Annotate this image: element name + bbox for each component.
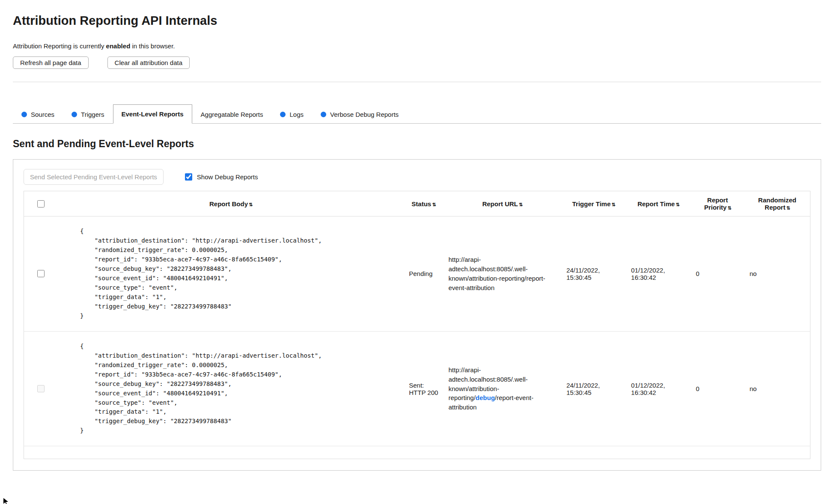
- sort-icon[interactable]: ⇅: [727, 205, 731, 210]
- tab-label: Verbose Debug Reports: [330, 111, 399, 118]
- tab-sources[interactable]: Sources: [13, 105, 63, 124]
- attribution-internals-page: Attribution Reporting API Internals Attr…: [0, 0, 834, 504]
- header-report-time[interactable]: Report Time⇅: [626, 191, 691, 216]
- trigger-time: 24/11/2022, 15:30:45: [561, 331, 626, 446]
- status-line: Attribution Reporting is currently enabl…: [13, 42, 821, 50]
- randomized-report: no: [745, 216, 810, 332]
- report-body-json: { "attribution_destination": "http://ara…: [63, 336, 399, 442]
- header-trigger-time[interactable]: Trigger Time⇅: [561, 191, 626, 216]
- sort-icon[interactable]: ⇅: [249, 202, 252, 207]
- report-row-pending: { "attribution_destination": "http://ara…: [24, 216, 810, 332]
- row-select-cell: [24, 216, 58, 332]
- report-body-json: { "attribution_destination": "http://ara…: [63, 221, 399, 327]
- trigger-time: 24/11/2022, 15:30:45: [561, 216, 626, 332]
- report-priority: 0: [691, 216, 745, 332]
- report-body-cell: { "attribution_destination": "http://ara…: [58, 216, 404, 332]
- status-enabled: enabled: [106, 42, 131, 50]
- tab-logs[interactable]: Logs: [271, 105, 312, 124]
- tab-aggregatable-reports[interactable]: Aggregatable Reports: [192, 105, 272, 124]
- report-status: Pending: [404, 216, 443, 332]
- new-data-dot-icon: [71, 112, 77, 117]
- tab-event-level-reports[interactable]: Event-Level Reports: [113, 104, 192, 124]
- sort-icon[interactable]: ⇅: [611, 202, 615, 207]
- sort-icon[interactable]: ⇅: [432, 202, 435, 207]
- status-prefix: Attribution Reporting is currently: [13, 42, 106, 50]
- row-checkbox[interactable]: [37, 270, 45, 277]
- tab-verbose-debug-reports[interactable]: Verbose Debug Reports: [312, 105, 407, 124]
- tab-label: Aggregatable Reports: [201, 111, 263, 118]
- header-report-priority[interactable]: Report Priority⇅: [691, 191, 745, 216]
- sort-icon[interactable]: ⇅: [786, 205, 789, 210]
- report-body-cell: { "attribution_destination": "http://ara…: [58, 331, 404, 446]
- report-priority: 0: [691, 331, 745, 446]
- debug-path-segment: debug: [476, 394, 495, 401]
- page-title: Attribution Reporting API Internals: [13, 14, 821, 28]
- status-suffix: in this browser.: [130, 42, 175, 50]
- tab-triggers[interactable]: Triggers: [63, 105, 113, 124]
- sort-icon[interactable]: ⇅: [676, 202, 679, 207]
- new-data-dot-icon: [321, 112, 326, 117]
- report-url: http://arapi-adtech.localhost:8085/.well…: [443, 331, 561, 446]
- randomized-report: no: [745, 331, 810, 446]
- mouse-cursor-icon: [3, 498, 8, 504]
- tab-label: Sources: [31, 111, 54, 118]
- report-url: http://arapi-adtech.localhost:8085/.well…: [443, 216, 561, 332]
- header-report-body[interactable]: Report Body⇅: [58, 191, 404, 216]
- table-header: Report Body⇅ Status⇅ Report URL⇅ Trigger…: [24, 191, 810, 216]
- top-button-row: Refresh all page data Clear all attribut…: [13, 56, 821, 69]
- show-debug-reports-checkbox[interactable]: [185, 173, 192, 181]
- tab-label: Event-Level Reports: [122, 110, 184, 118]
- sort-icon[interactable]: ⇅: [519, 202, 522, 207]
- panel-toolbar: Send Selected Pending Event-Level Report…: [24, 169, 810, 185]
- report-time: 01/12/2022, 16:30:42: [626, 216, 691, 332]
- header-report-url[interactable]: Report URL⇅: [443, 191, 561, 216]
- row-select-cell: [24, 331, 58, 446]
- refresh-all-page-data-button[interactable]: Refresh all page data: [13, 56, 89, 69]
- tab-label: Logs: [289, 111, 304, 118]
- header-status[interactable]: Status⇅: [404, 191, 443, 216]
- report-row-sent: { "attribution_destination": "http://ara…: [24, 331, 810, 446]
- divider: [13, 82, 821, 82]
- select-all-checkbox[interactable]: [37, 200, 45, 208]
- row-checkbox-disabled: [37, 385, 45, 392]
- event-level-reports-panel: Send Selected Pending Event-Level Report…: [13, 159, 821, 471]
- new-data-dot-icon: [280, 112, 286, 117]
- header-randomized-report[interactable]: Randomized Report⇅: [745, 191, 810, 216]
- report-time: 01/12/2022, 16:30:42: [626, 331, 691, 446]
- tab-strip: Sources Triggers Event-Level Reports Agg…: [13, 104, 821, 124]
- send-selected-pending-reports-button[interactable]: Send Selected Pending Event-Level Report…: [24, 169, 164, 185]
- reports-table: Report Body⇅ Status⇅ Report URL⇅ Trigger…: [24, 191, 810, 459]
- tab-label: Triggers: [81, 111, 104, 118]
- report-url-text: http://arapi-adtech.localhost:8085/.well…: [448, 256, 527, 282]
- table-footer: [24, 446, 810, 459]
- clear-all-attribution-data-button[interactable]: Clear all attribution data: [107, 56, 190, 69]
- report-status: Sent: HTTP 200: [404, 331, 443, 446]
- show-debug-reports-label: Show Debug Reports: [197, 173, 258, 181]
- section-heading: Sent and Pending Event-Level Reports: [13, 138, 821, 150]
- show-debug-reports-toggle[interactable]: Show Debug Reports: [183, 172, 258, 182]
- new-data-dot-icon: [21, 112, 27, 117]
- select-all-header-cell: [24, 191, 58, 216]
